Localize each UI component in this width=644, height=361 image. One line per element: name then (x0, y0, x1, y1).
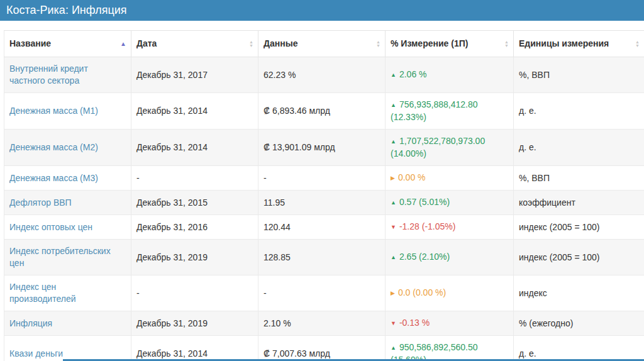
indicator-link[interactable]: Индекс потребительских цен (9, 246, 111, 268)
sort-both-icon: ▲▼ (249, 40, 253, 48)
table-row: ИнфляцияДекабрь 31, 20192.10 %▼-0.13 %% … (4, 311, 644, 336)
table-row: Индекс потребительских ценДекабрь 31, 20… (4, 240, 644, 275)
cell-value: - (258, 166, 386, 191)
change-value: 2.06 % (399, 69, 427, 79)
cell-date: Декабрь 31, 2019 (131, 240, 258, 275)
table-row: Индекс цен производителей--▶0.0 (0.00 %)… (4, 275, 644, 311)
cell-units: %, ВВП (514, 166, 644, 191)
cell-name: Индекс оптовых цен (4, 215, 131, 240)
column-header-4[interactable]: Единицы измерения▲▼ (514, 31, 644, 57)
change-value: 0.0 (0.00 %) (398, 287, 446, 297)
cell-value: 128.85 (258, 240, 386, 275)
indicators-table-container: Название▲Дата▲▼Данные▲▼% Измерение (1П)▲… (4, 30, 644, 361)
column-header-3[interactable]: % Измерение (1П)▲▼ (386, 31, 514, 57)
change-value: -1.28 (-1.05%) (399, 221, 455, 231)
cell-change: ▲2.65 (2.10%) (386, 240, 514, 275)
up-arrow-icon: ▲ (391, 197, 396, 209)
change-value: 2.65 (2.10%) (399, 252, 450, 262)
cell-value: ₡ 6,893.46 млрд (258, 93, 386, 130)
cell-date: Декабрь 31, 2019 (131, 311, 258, 336)
sort-asc-icon: ▲ (120, 41, 126, 47)
cell-name: Инфляция (4, 311, 131, 336)
cell-name: Денежная масса (М1) (4, 93, 131, 130)
cell-value: ₡ 13,901.09 млрд (258, 130, 386, 166)
cell-date: Декабрь 31, 2014 (131, 130, 258, 166)
up-arrow-icon: ▲ (391, 99, 396, 111)
flat-arrow-icon: ▶ (391, 287, 395, 299)
cell-change: ▲950,586,892,560.50 (15.69%) (386, 336, 514, 361)
cell-date: - (131, 275, 258, 311)
cell-units: д. е. (514, 336, 644, 361)
indicator-link[interactable]: Внутренний кредит частного сектора (9, 64, 88, 86)
cell-units: д. е. (514, 130, 644, 166)
indicator-link[interactable]: Дефлятор ВВП (9, 197, 72, 208)
up-arrow-icon: ▲ (391, 136, 396, 148)
cell-date: Декабрь 31, 2016 (131, 215, 258, 240)
cell-value: - (258, 275, 386, 311)
column-label: Дата (136, 38, 157, 48)
cell-value: 120.44 (258, 215, 386, 240)
cell-change: ▲0.57 (5.01%) (386, 191, 514, 215)
indicators-table: Название▲Дата▲▼Данные▲▼% Измерение (1П)▲… (4, 30, 644, 361)
cell-date: Декабрь 31, 2014 (131, 336, 258, 361)
cell-value: 11.95 (258, 191, 386, 215)
cell-change: ▲2.06 % (386, 57, 514, 93)
up-arrow-icon: ▲ (391, 342, 396, 354)
cell-value: 62.23 % (258, 57, 386, 93)
table-row: Индекс оптовых ценДекабрь 31, 2016120.44… (4, 215, 644, 240)
panel-title-bar: Коста-Рика: Инфляция (0, 0, 644, 21)
table-row: Денежная масса (М3)--▶0.00 %%, ВВП (4, 166, 644, 191)
cell-units: индекс (514, 275, 644, 311)
indicator-link[interactable]: Квази деньги (9, 348, 63, 358)
cell-name: Дефлятор ВВП (4, 191, 131, 215)
indicator-link[interactable]: Денежная масса (М2) (9, 142, 98, 152)
cell-units: коэффициент (514, 191, 644, 215)
cell-date: Декабрь 31, 2015 (131, 191, 258, 215)
cell-name: Индекс цен производителей (4, 275, 131, 311)
sort-both-icon: ▲▼ (635, 40, 640, 48)
up-arrow-icon: ▲ (391, 252, 396, 264)
column-header-1[interactable]: Дата▲▼ (131, 31, 258, 57)
column-label: Данные (264, 38, 297, 48)
change-value: 0.00 % (398, 172, 426, 182)
cell-units: % (ежегодно) (514, 311, 644, 336)
cell-name: Внутренний кредит частного сектора (4, 57, 131, 93)
cell-units: индекс (2005 = 100) (514, 215, 644, 240)
column-header-2[interactable]: Данные▲▼ (258, 31, 386, 57)
table-row: Дефлятор ВВПДекабрь 31, 201511.95▲0.57 (… (4, 191, 644, 215)
table-row: Денежная масса (М2)Декабрь 31, 2014₡ 13,… (4, 130, 644, 166)
cell-change: ▲1,707,522,780,973.00 (14.00%) (386, 130, 514, 166)
column-label: Единицы измерения (519, 38, 609, 48)
column-label: % Измерение (1П) (391, 38, 468, 48)
up-arrow-icon: ▲ (391, 69, 396, 81)
down-arrow-icon: ▼ (391, 221, 396, 233)
page-title: Коста-Рика: Инфляция (6, 4, 127, 16)
cell-name: Квази деньги (4, 336, 131, 361)
flat-arrow-icon: ▶ (391, 172, 395, 184)
table-row: Внутренний кредит частного сектораДекабр… (4, 57, 644, 93)
cell-value: 2.10 % (258, 311, 386, 336)
column-label: Название (9, 38, 51, 48)
cell-change: ▼-1.28 (-1.05%) (386, 215, 514, 240)
column-header-0[interactable]: Название▲ (4, 31, 131, 57)
indicator-link[interactable]: Инфляция (9, 318, 52, 328)
cell-change: ▲756,935,888,412.80 (12.33%) (386, 93, 514, 130)
cell-date: Декабрь 31, 2014 (131, 93, 258, 130)
change-value: 950,586,892,560.50 (15.69%) (391, 342, 478, 361)
change-value: 0.57 (5.01%) (399, 197, 450, 207)
cell-units: индекс (2005 = 100) (514, 240, 644, 275)
cell-name: Индекс потребительских цен (4, 240, 131, 275)
indicator-link[interactable]: Денежная масса (М3) (9, 173, 98, 183)
cell-date: - (131, 166, 258, 191)
indicator-link[interactable]: Денежная масса (М1) (9, 106, 98, 116)
cell-units: %, ВВП (514, 57, 644, 93)
indicator-link[interactable]: Индекс оптовых цен (9, 222, 92, 232)
sort-both-icon: ▲▼ (504, 40, 509, 48)
down-arrow-icon: ▼ (391, 318, 396, 330)
indicator-link[interactable]: Индекс цен производителей (9, 282, 76, 304)
table-body: Внутренний кредит частного сектораДекабр… (4, 57, 644, 361)
cell-value: ₡ 7,007.63 млрд (258, 336, 386, 361)
change-value: 756,935,888,412.80 (12.33%) (391, 99, 478, 122)
cell-change: ▼-0.13 % (386, 311, 514, 336)
cell-change: ▶0.0 (0.00 %) (386, 275, 514, 311)
